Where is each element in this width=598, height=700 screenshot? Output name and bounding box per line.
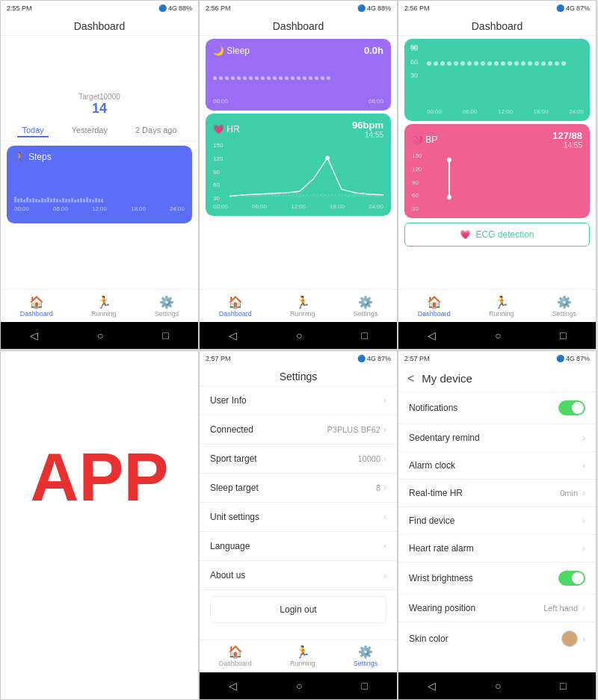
- svg-point-4: [447, 158, 451, 162]
- status-time-2: 2:56 PM: [206, 4, 231, 12]
- sleep-icon: 🌙 Sleep: [213, 46, 250, 56]
- device-wrist-brightness[interactable]: Wrist brightness: [398, 563, 596, 595]
- hr-xlabels: 00:00 06:00 12:00 18:00 24:00: [213, 203, 383, 210]
- bp-chart: 150 120 90 60 30: [412, 152, 582, 212]
- status-icons-1: 🔵 4G 88%: [158, 4, 192, 12]
- recents-sys-5[interactable]: □: [361, 680, 367, 692]
- settings-sleep-target[interactable]: Sleep target 8 ›: [200, 474, 397, 503]
- phone-2: 2:56 PM 🔵 4G 88% Dashboard 🌙 Sleep 0.0h: [199, 0, 398, 350]
- signal-strength: 4G: [168, 4, 177, 12]
- device-header: < My device: [398, 366, 596, 392]
- settings-unit[interactable]: Unit settings ›: [200, 503, 397, 532]
- device-alarm[interactable]: Alarm clock ›: [398, 452, 596, 480]
- phone-1: 2:55 PM 🔵 4G 88% Dashboard Target10000 1…: [0, 0, 199, 350]
- nav-running-3[interactable]: 🏃 Running: [489, 295, 514, 318]
- settings-connected[interactable]: Connected P3PLUS BF62 ›: [200, 415, 397, 445]
- nav-settings-5[interactable]: ⚙️ Settings: [354, 645, 378, 667]
- recents-btn-sys[interactable]: □: [162, 329, 168, 341]
- nav-dashboard-2[interactable]: 🏠 Dashboard: [219, 295, 252, 318]
- steps-x-labels: 00:00 06:00 12:00 18:00 24:00: [14, 205, 185, 212]
- back-sys-3[interactable]: ◁: [428, 329, 436, 341]
- device-title: My device: [422, 372, 472, 385]
- bottom-nav-5: 🏠 Dashboard 🏃 Running ⚙️ Settings: [200, 639, 397, 672]
- wrist-brightness-toggle[interactable]: [558, 571, 585, 586]
- chevron-icon-5: ›: [383, 512, 386, 522]
- logout-button[interactable]: Login out: [210, 596, 386, 623]
- hr-ylabels: 150 120 90 60 30: [213, 142, 223, 202]
- settings-language[interactable]: Language ›: [200, 532, 397, 561]
- settings-about[interactable]: About us ›: [200, 561, 397, 590]
- nav-settings-3[interactable]: ⚙️ Settings: [552, 295, 577, 318]
- tab-yesterday[interactable]: Yesterday: [67, 124, 113, 137]
- bar: [83, 199, 85, 202]
- home-btn-sys[interactable]: ○: [97, 329, 103, 341]
- home-sys-5[interactable]: ○: [296, 680, 302, 692]
- nav-running-5[interactable]: 🏃 Running: [290, 645, 315, 667]
- app-title-5: Settings: [200, 366, 397, 386]
- nav-settings-2[interactable]: ⚙️ Settings: [354, 295, 378, 318]
- nav-dashboard-5[interactable]: 🏠 Dashboard: [219, 645, 252, 667]
- recents-sys-3[interactable]: □: [560, 329, 566, 341]
- home-sys-6[interactable]: ○: [495, 680, 501, 692]
- back-sys-5[interactable]: ◁: [229, 680, 237, 692]
- tab-2days[interactable]: 2 Days ago: [131, 124, 182, 137]
- status-bar-3: 2:56 PM 🔵 4G 87%: [398, 1, 596, 16]
- device-realtime-hr[interactable]: Real-time HR 0min ›: [398, 480, 596, 507]
- back-sys-2[interactable]: ◁: [229, 329, 237, 341]
- bar: [95, 198, 97, 202]
- battery-level: 88%: [179, 4, 192, 12]
- system-nav-3: ◁ ○ □: [398, 322, 596, 349]
- settings-sport-target[interactable]: Sport target 10000 ›: [200, 445, 397, 474]
- chevron-sedentary: ›: [582, 433, 585, 443]
- app-label-container: APP: [1, 351, 198, 605]
- home-sys-2[interactable]: ○: [296, 329, 302, 341]
- recents-sys-6[interactable]: □: [560, 680, 566, 692]
- steps-icon: 🚶: [14, 152, 25, 162]
- hr-time: 14:55: [352, 131, 383, 139]
- dashboard-icon: 🏠: [29, 295, 44, 309]
- device-wearing-position[interactable]: Wearing position Left hand ›: [398, 595, 596, 622]
- chevron-hr-alarm: ›: [582, 543, 585, 554]
- bar: [71, 198, 73, 202]
- bar: [62, 198, 64, 202]
- ecg-button[interactable]: 💗 ECG detection: [404, 223, 590, 247]
- sleep-xlabels: 00:00 06:00: [213, 98, 383, 105]
- bp-icon: 💓 BP: [412, 134, 437, 145]
- nav-dashboard-1[interactable]: 🏠 Dashboard: [20, 295, 53, 318]
- phone-3: 2:56 PM 🔵 4G 87% Dashboard 90 90 60 30: [398, 0, 597, 350]
- recents-sys-2[interactable]: □: [361, 329, 367, 341]
- chevron-icon-7: ›: [383, 570, 386, 580]
- settings-user-info[interactable]: User Info ›: [200, 386, 397, 415]
- home-sys-3[interactable]: ○: [495, 329, 501, 341]
- bar: [92, 199, 94, 202]
- notifications-toggle[interactable]: [558, 400, 585, 415]
- bar: [89, 199, 91, 202]
- device-sedentary[interactable]: Sedentary remind ›: [398, 424, 596, 452]
- steps-gauge: Target10000 14: [1, 36, 198, 121]
- status-time-3: 2:56 PM: [404, 4, 430, 12]
- device-find[interactable]: Find device ›: [398, 507, 596, 535]
- bar: [20, 198, 22, 202]
- status-bar-1: 2:55 PM 🔵 4G 88%: [1, 1, 198, 16]
- nav-running-2[interactable]: 🏃 Running: [290, 295, 315, 318]
- back-sys-6[interactable]: ◁: [428, 680, 436, 692]
- nav-dashboard-3[interactable]: 🏠 Dashboard: [418, 295, 451, 318]
- tab-today[interactable]: Today: [17, 124, 48, 137]
- device-skin-color[interactable]: Skin color ›: [398, 622, 596, 654]
- chevron-wearing: ›: [582, 603, 585, 613]
- status-bar-5: 2:57 PM 🔵 4G 87%: [200, 351, 397, 366]
- system-nav-6: ◁ ○ □: [398, 672, 596, 699]
- back-btn-sys[interactable]: ◁: [30, 329, 38, 341]
- device-hr-alarm[interactable]: Heart rate alarm ›: [398, 535, 596, 563]
- bluetooth-icon-3: 🔵: [556, 4, 564, 12]
- settings-icon: ⚙️: [159, 295, 174, 309]
- status-icons-3: 🔵 4G 87%: [556, 4, 590, 12]
- back-arrow-icon[interactable]: <: [407, 372, 414, 385]
- device-notifications[interactable]: Notifications: [398, 392, 596, 424]
- nav-settings-1[interactable]: ⚙️ Settings: [155, 295, 179, 318]
- bar: [35, 199, 37, 202]
- skin-color-swatch[interactable]: [561, 631, 578, 647]
- bp-header: 💓 BP 127/88 14:55: [412, 130, 582, 149]
- bar: [101, 199, 103, 202]
- nav-running-1[interactable]: 🏃 Running: [91, 295, 117, 318]
